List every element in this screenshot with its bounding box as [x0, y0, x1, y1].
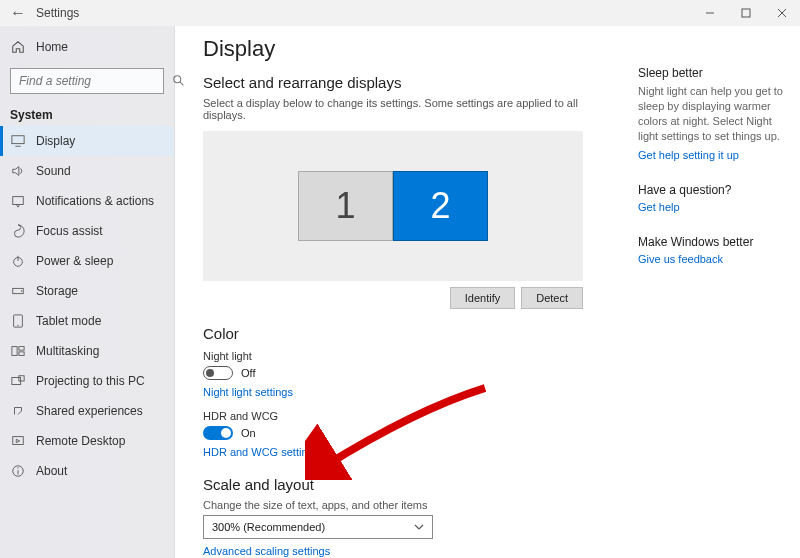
sidebar-item-focus-assist[interactable]: Focus assist [0, 216, 174, 246]
sidebar-item-tablet[interactable]: Tablet mode [0, 306, 174, 336]
scale-dropdown[interactable]: 300% (Recommended) [203, 515, 433, 539]
sidebar-item-projecting[interactable]: Projecting to this PC [0, 366, 174, 396]
remote-icon [10, 433, 26, 449]
sidebar-category: System [0, 104, 174, 126]
projecting-icon [10, 373, 26, 389]
sidebar-item-storage[interactable]: Storage [0, 276, 174, 306]
svg-rect-17 [19, 352, 24, 356]
svg-point-14 [17, 325, 18, 326]
tablet-icon [10, 313, 26, 329]
sidebar: Home System Display Sound Notifications … [0, 26, 175, 558]
sidebar-item-notifications[interactable]: Notifications & actions [0, 186, 174, 216]
toggle-state: Off [241, 367, 255, 379]
sidebar-home[interactable]: Home [0, 32, 174, 62]
rearrange-heading: Select and rearrange displays [203, 74, 610, 91]
focus-icon [10, 223, 26, 239]
feedback-heading: Make Windows better [638, 235, 784, 249]
notifications-icon [10, 193, 26, 209]
svg-rect-1 [742, 9, 750, 17]
page-title: Display [203, 36, 610, 62]
svg-rect-19 [19, 376, 24, 381]
svg-rect-16 [19, 347, 24, 351]
sidebar-item-label: Storage [36, 284, 78, 298]
close-button[interactable] [764, 0, 800, 26]
sidebar-item-remote-desktop[interactable]: Remote Desktop [0, 426, 174, 456]
scale-heading: Scale and layout [203, 476, 610, 493]
sleep-better-heading: Sleep better [638, 66, 784, 80]
sidebar-item-label: Remote Desktop [36, 434, 125, 448]
titlebar: ← Settings [0, 0, 800, 26]
search-input[interactable] [10, 68, 164, 94]
sidebar-item-label: Display [36, 134, 75, 148]
night-light-label: Night light [203, 350, 610, 362]
window-controls [692, 0, 800, 26]
svg-rect-8 [13, 197, 24, 205]
content: Display Select and rearrange displays Se… [175, 26, 800, 558]
sidebar-item-label: Power & sleep [36, 254, 113, 268]
detect-button[interactable]: Detect [521, 287, 583, 309]
color-heading: Color [203, 325, 610, 342]
rearrange-desc: Select a display below to change its set… [203, 97, 610, 121]
sidebar-item-label: Notifications & actions [36, 194, 154, 208]
shared-icon [10, 403, 26, 419]
sidebar-item-label: Sound [36, 164, 71, 178]
display-arrangement[interactable]: 1 2 [203, 131, 583, 281]
night-light-settings-link[interactable]: Night light settings [203, 386, 610, 398]
sidebar-item-label: About [36, 464, 67, 478]
sidebar-item-label: Focus assist [36, 224, 103, 238]
feedback-section: Make Windows better Give us feedback [638, 235, 784, 265]
sidebar-item-label: Home [36, 40, 68, 54]
about-icon [10, 463, 26, 479]
feedback-link[interactable]: Give us feedback [638, 253, 784, 265]
sidebar-item-shared-exp[interactable]: Shared experiences [0, 396, 174, 426]
minimize-button[interactable] [692, 0, 728, 26]
storage-icon [10, 283, 26, 299]
sidebar-item-label: Multitasking [36, 344, 99, 358]
sidebar-item-display[interactable]: Display [0, 126, 174, 156]
sound-icon [10, 163, 26, 179]
sleep-better-link[interactable]: Get help setting it up [638, 149, 784, 161]
scale-desc: Change the size of text, apps, and other… [203, 499, 610, 511]
monitor-1[interactable]: 1 [298, 171, 393, 241]
identify-button[interactable]: Identify [450, 287, 515, 309]
multitasking-icon [10, 343, 26, 359]
power-icon [10, 253, 26, 269]
sidebar-item-power[interactable]: Power & sleep [0, 246, 174, 276]
svg-rect-6 [12, 136, 24, 144]
chevron-down-icon [414, 522, 424, 532]
right-column: Sleep better Night light can help you ge… [630, 26, 800, 558]
main: Home System Display Sound Notifications … [0, 26, 800, 558]
sleep-better-section: Sleep better Night light can help you ge… [638, 66, 784, 161]
svg-rect-15 [12, 347, 17, 356]
monitor-icon [10, 133, 26, 149]
sleep-better-body: Night light can help you get to sleep by… [638, 84, 784, 143]
sidebar-item-label: Projecting to this PC [36, 374, 145, 388]
page: Display Select and rearrange displays Se… [175, 26, 630, 558]
toggle-state: On [241, 427, 256, 439]
question-section: Have a question? Get help [638, 183, 784, 213]
hdr-settings-link[interactable]: HDR and WCG settings [203, 446, 610, 458]
window-title: Settings [36, 6, 79, 20]
back-icon[interactable]: ← [10, 4, 26, 22]
hdr-label: HDR and WCG [203, 410, 610, 422]
sidebar-item-label: Tablet mode [36, 314, 101, 328]
sidebar-item-label: Shared experiences [36, 404, 143, 418]
night-light-toggle[interactable]: Off [203, 366, 610, 380]
hdr-toggle[interactable]: On [203, 426, 610, 440]
question-heading: Have a question? [638, 183, 784, 197]
maximize-button[interactable] [728, 0, 764, 26]
advanced-scaling-link[interactable]: Advanced scaling settings [203, 545, 610, 557]
svg-point-12 [21, 290, 22, 291]
search-field[interactable] [17, 73, 172, 89]
sidebar-item-multitasking[interactable]: Multitasking [0, 336, 174, 366]
sidebar-item-sound[interactable]: Sound [0, 156, 174, 186]
sidebar-item-about[interactable]: About [0, 456, 174, 486]
get-help-link[interactable]: Get help [638, 201, 784, 213]
monitor-2[interactable]: 2 [393, 171, 488, 241]
home-icon [10, 39, 26, 55]
display-buttons: Identify Detect [203, 287, 583, 309]
svg-point-23 [17, 467, 18, 468]
scale-value: 300% (Recommended) [212, 521, 325, 533]
